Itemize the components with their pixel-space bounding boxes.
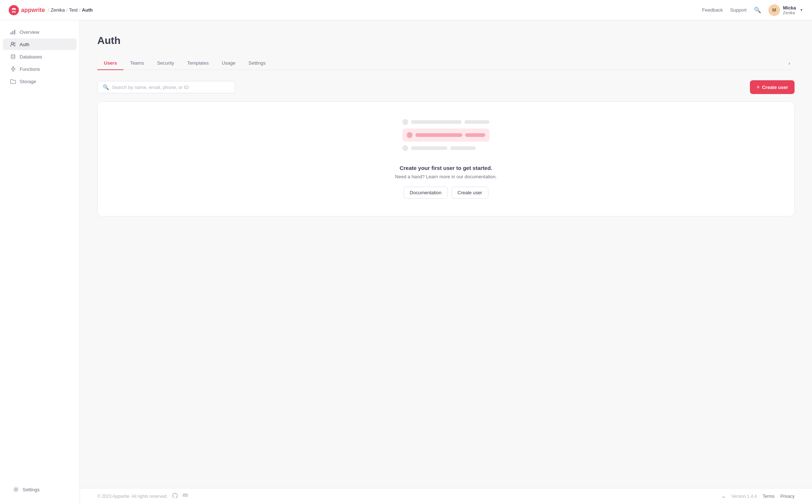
logo-text: appwrite [21,7,45,13]
skeleton-highlight-row [402,129,490,142]
skeleton-row-1 [402,119,490,125]
user-org: Zenika [783,11,796,15]
svg-rect-3 [14,30,15,34]
skeleton-circle-pink [407,132,413,138]
create-button-label: Create user [762,85,788,90]
tab-teams[interactable]: Teams [123,57,150,70]
sidebar-label-auth: Auth [20,42,29,47]
skeleton-bar-4 [450,146,476,150]
breadcrumb-sep-3: / [79,7,81,13]
breadcrumb-sep-1: / [48,7,49,13]
appwrite-logo-icon [9,5,19,15]
database-icon [10,54,16,60]
sidebar-label-databases: Databases [20,54,42,60]
user-name: Micka [783,5,796,11]
breadcrumb-test[interactable]: Test [69,7,78,13]
folder-icon [10,78,16,84]
main-content: Auth Users Teams Security Templates Usag… [80,20,812,504]
create-user-button[interactable]: + Create user [750,80,795,94]
tab-security[interactable]: Security [150,57,180,70]
empty-state-actions: Documentation Create user [403,187,488,199]
skeleton-circle-2 [402,145,408,151]
tab-usage[interactable]: Usage [215,57,242,70]
search-icon: 🔍 [103,84,109,90]
skeleton-row-2 [402,145,490,151]
settings-icon [13,487,19,492]
sidebar-item-storage[interactable]: Storage [3,76,77,87]
version-text: Version 1.4.4 [731,494,757,499]
tab-more-icon[interactable]: › [784,57,795,70]
breadcrumb-auth: Auth [82,7,93,13]
sidebar-label-overview: Overview [20,29,39,35]
chevron-down-icon: ▼ [800,8,803,12]
support-link[interactable]: Support [730,7,747,13]
svg-point-4 [11,42,13,44]
avatar: M [768,4,780,16]
skeleton-circle-1 [402,119,408,125]
sidebar-label-functions: Functions [20,66,40,72]
empty-create-user-button[interactable]: Create user [451,187,488,199]
svg-point-7 [15,489,17,491]
svg-point-6 [11,54,15,56]
app-body: Overview Auth Databases Functions [0,20,812,504]
header-right: Feedback Support 🔍 M Micka Zenika ▼ [702,4,803,16]
svg-rect-1 [11,32,12,34]
svg-point-0 [9,5,19,15]
sidebar-item-settings[interactable]: Settings [6,484,74,495]
bar-chart-icon [10,29,16,35]
sidebar-item-databases[interactable]: Databases [3,51,77,62]
sidebar-bottom: Settings [0,484,80,498]
cloud-icon: ☁ [721,494,726,499]
svg-rect-2 [12,31,13,34]
privacy-link[interactable]: Privacy [780,494,795,499]
sidebar-item-functions[interactable]: Functions [3,63,77,75]
feedback-link[interactable]: Feedback [702,7,723,13]
footer: © 2023 Appwrite. All rights reserved. ☁ … [80,488,812,504]
page-title: Auth [97,35,795,46]
tab-templates[interactable]: Templates [180,57,215,70]
global-search-button[interactable]: 🔍 [754,7,761,13]
users-icon [10,41,16,47]
skeleton-bar-pink [415,133,462,137]
github-icon[interactable] [172,493,178,500]
skeleton-illustration [402,119,490,155]
zap-icon [10,66,16,72]
user-info: Micka Zenika [783,5,796,15]
search-input[interactable] [112,85,230,90]
sidebar-label-storage: Storage [20,79,36,84]
toolbar: 🔍 + Create user [97,80,795,94]
terms-link[interactable]: Terms [763,494,775,499]
user-menu[interactable]: M Micka Zenika ▼ [768,4,803,16]
sidebar-item-overview[interactable]: Overview [3,26,77,38]
skeleton-bar-3 [411,146,447,150]
skeleton-bar-2 [464,120,490,124]
breadcrumb: / Zenika / Test / Auth [48,7,93,13]
footer-left: © 2023 Appwrite. All rights reserved. [97,493,188,500]
search-bar[interactable]: 🔍 [97,81,235,93]
header: appwrite / Zenika / Test / Auth Feedback… [0,0,812,20]
breadcrumb-sep-2: / [66,7,68,13]
breadcrumb-zenika[interactable]: Zenika [50,7,65,13]
logo[interactable]: appwrite [9,5,45,15]
skeleton-bar-1 [411,120,462,124]
tab-settings[interactable]: Settings [242,57,272,70]
search-icon: 🔍 [754,7,761,13]
documentation-button[interactable]: Documentation [403,187,447,199]
footer-right: ☁ Version 1.4.4 Terms Privacy [721,494,795,499]
sidebar: Overview Auth Databases Functions [0,20,80,504]
tabs: Users Teams Security Templates Usage Set… [97,57,795,70]
sidebar-nav: Overview Auth Databases Functions [0,26,80,87]
empty-state-title: Create your first user to get started. [399,165,492,171]
svg-point-5 [14,42,15,44]
sidebar-label-settings: Settings [23,487,40,492]
copyright-text: © 2023 Appwrite. All rights reserved. [97,494,168,499]
discord-icon[interactable] [182,493,188,500]
empty-state-description: Need a hand? Learn more in our documenta… [395,174,497,179]
header-left: appwrite / Zenika / Test / Auth [9,5,93,15]
sidebar-item-auth[interactable]: Auth [3,38,77,50]
plus-icon: + [756,84,760,90]
skeleton-bar-pink-2 [465,133,485,137]
empty-state-card: Create your first user to get started. N… [97,101,795,216]
tab-users[interactable]: Users [97,57,123,70]
